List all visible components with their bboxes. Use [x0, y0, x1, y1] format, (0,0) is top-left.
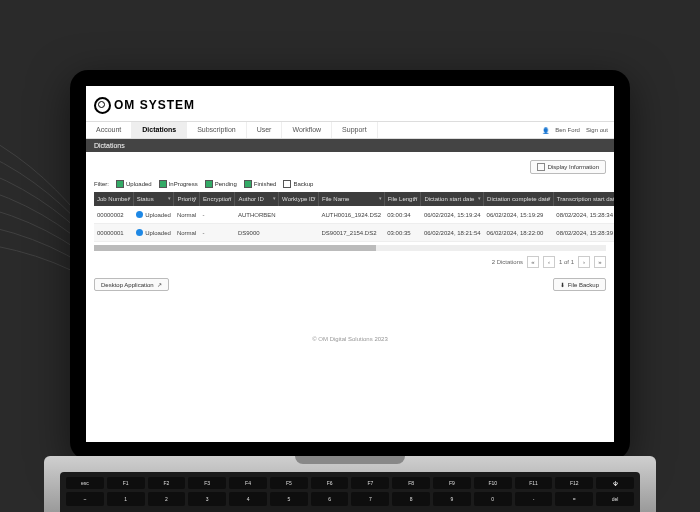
tab-support[interactable]: Support [332, 122, 378, 138]
pager-page: 1 of 1 [559, 259, 574, 265]
filter-backup[interactable]: Backup [283, 180, 313, 188]
col-filename[interactable]: File Name▾ [318, 192, 384, 206]
col-status[interactable]: Status▾ [133, 192, 174, 206]
table-row[interactable]: 00000001 Uploaded Normal - DS9000 DS9001… [94, 224, 614, 242]
top-nav: Account Dictations Subscription User Wor… [86, 121, 614, 139]
key: F4 [229, 477, 267, 489]
col-encryption[interactable]: Encryption▾ [200, 192, 235, 206]
filter-pending[interactable]: Pending [205, 180, 237, 188]
col-job[interactable]: Job Number▾ [94, 192, 133, 206]
external-link-icon: ↗ [157, 281, 162, 288]
filter-label: Filter: [94, 181, 109, 187]
key: 7 [351, 492, 389, 506]
col-filelength[interactable]: File Length▾ [384, 192, 421, 206]
key: 2 [148, 492, 186, 506]
filter-bar: Filter: Uploaded InProgress Pending Fini… [94, 180, 606, 188]
laptop-notch [295, 456, 405, 464]
user-icon: 👤 [542, 127, 549, 134]
key: F11 [515, 477, 553, 489]
pager-next[interactable]: › [578, 256, 590, 268]
desktop-application-button[interactable]: Desktop Application ↗ [94, 278, 169, 291]
brand-header: OM SYSTEM [86, 86, 614, 121]
pager-summary: 2 Dictations [492, 259, 523, 265]
download-icon: ⬇ [560, 281, 565, 288]
display-info-icon [537, 163, 545, 171]
tab-workflow[interactable]: Workflow [282, 122, 332, 138]
horizontal-scrollbar[interactable] [94, 245, 606, 251]
file-backup-button[interactable]: ⬇ File Backup [553, 278, 606, 291]
key: del [596, 492, 634, 506]
key: F3 [188, 477, 226, 489]
key: - [515, 492, 553, 506]
key: F8 [392, 477, 430, 489]
tab-subscription[interactable]: Subscription [187, 122, 247, 138]
key: 4 [229, 492, 267, 506]
tab-user[interactable]: User [247, 122, 283, 138]
key: ⏻ [596, 477, 634, 489]
col-trans-start[interactable]: Transcription start date▾ [553, 192, 614, 206]
pager-prev[interactable]: ‹ [543, 256, 555, 268]
tab-account[interactable]: Account [86, 122, 132, 138]
laptop-keyboard: escF1F2F3F4F5F6F7F8F9F10F11F12⏻ ~1234567… [60, 472, 640, 512]
key: esc [66, 477, 104, 489]
tab-dictations[interactable]: Dictations [132, 122, 187, 138]
laptop-frame: OM SYSTEM Account Dictations Subscriptio… [70, 70, 630, 460]
col-dict-start[interactable]: Dictation start date▾ [421, 192, 484, 206]
col-author[interactable]: Author ID▾ [235, 192, 279, 206]
key: F5 [270, 477, 308, 489]
key: 8 [392, 492, 430, 506]
key: 6 [311, 492, 349, 506]
display-information-button[interactable]: Display Information [530, 160, 606, 174]
col-worktype[interactable]: Worktype ID▾ [279, 192, 319, 206]
brand-name: OM SYSTEM [114, 98, 195, 112]
key: 0 [474, 492, 512, 506]
key: 5 [270, 492, 308, 506]
page-title-bar: Dictations [86, 139, 614, 152]
key: F9 [433, 477, 471, 489]
key: ~ [66, 492, 104, 506]
pager: 2 Dictations « ‹ 1 of 1 › » [94, 256, 606, 268]
col-dict-complete[interactable]: Dictation complete date▾ [484, 192, 554, 206]
status-dot-icon [136, 229, 143, 236]
col-priority[interactable]: Priority▾ [174, 192, 200, 206]
app-screen: OM SYSTEM Account Dictations Subscriptio… [86, 86, 614, 442]
key: F7 [351, 477, 389, 489]
filter-finished[interactable]: Finished [244, 180, 277, 188]
dictations-table: Job Number▾ Status▾ Priority▾ Encryption… [94, 192, 614, 242]
brand-logo-icon [94, 97, 111, 114]
table-row[interactable]: 00000002 Uploaded Normal - AUTHORBEN AUT… [94, 206, 614, 224]
key: 3 [188, 492, 226, 506]
pager-first[interactable]: « [527, 256, 539, 268]
key: F1 [107, 477, 145, 489]
key: F6 [311, 477, 349, 489]
user-name[interactable]: Ben Ford [555, 127, 580, 133]
key: F2 [148, 477, 186, 489]
key: = [555, 492, 593, 506]
status-dot-icon [136, 211, 143, 218]
key: 1 [107, 492, 145, 506]
signout-link[interactable]: Sign out [586, 127, 608, 133]
key: 9 [433, 492, 471, 506]
key: F12 [555, 477, 593, 489]
filter-uploaded[interactable]: Uploaded [116, 180, 152, 188]
key: F10 [474, 477, 512, 489]
filter-inprogress[interactable]: InProgress [159, 180, 198, 188]
pager-last[interactable]: » [594, 256, 606, 268]
footer-copyright: © OM Digital Solutions 2023 [86, 336, 614, 342]
